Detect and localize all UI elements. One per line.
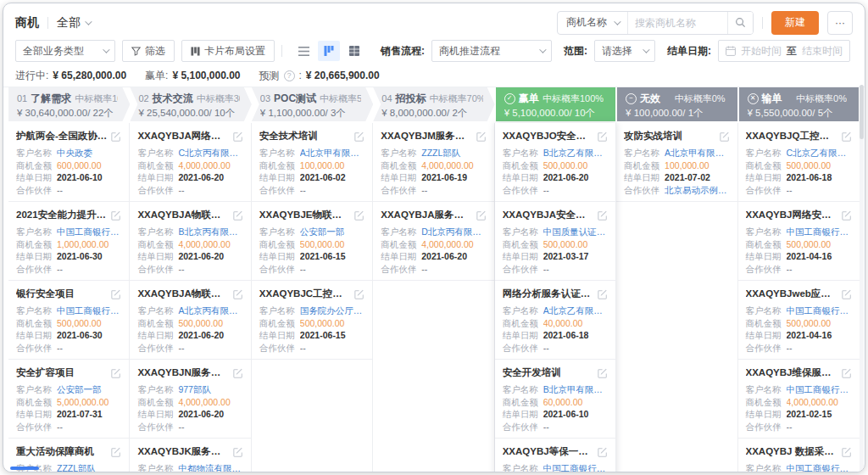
edit-icon[interactable]	[111, 368, 121, 378]
field-value-customer[interactable]: B北京甲有限公司	[543, 383, 608, 396]
field-value-customer[interactable]: A北京乙有限公司	[543, 305, 608, 317]
opportunity-card[interactable]: 护航两会-全国政协十三届...客户名称中央政委商机金额600,000.00结单日…	[8, 123, 129, 202]
search-icon[interactable]	[727, 12, 753, 34]
edit-icon[interactable]	[233, 210, 243, 221]
kanban-column-header[interactable]: 04招投标中标概率70%¥ 8,000,000.00/ 2个	[373, 87, 494, 121]
opportunity-card[interactable]: 安全扩容项目客户名称公安部一部商机金额5,000,000.00结单日期2021-…	[8, 360, 129, 439]
opportunity-card[interactable]: XXAQYBJO安全信息隔离与...客户名称B北京乙有限公司商机金额500,00…	[495, 123, 615, 202]
edit-icon[interactable]	[842, 289, 852, 299]
edit-icon[interactable]	[842, 368, 852, 378]
field-value-customer[interactable]: 中央政委	[57, 147, 121, 159]
opportunity-card[interactable]: 安全技术培训客户名称A北京甲有限公司商机金额100,000.00结单日期2021…	[252, 123, 372, 202]
kanban-column-header[interactable]: ✕输单中标概率0%¥ 5,550,000.00/ 5个	[739, 87, 859, 121]
field-value-customer[interactable]: D北京丙有限公司	[421, 226, 486, 238]
edit-icon[interactable]	[598, 368, 608, 378]
kanban-column-header[interactable]: 03POC测试中标概率50%¥ 1,100,000.00/ 3个	[252, 87, 373, 121]
field-value-customer[interactable]: A北京甲有限公司	[665, 147, 729, 159]
edit-icon[interactable]	[598, 210, 608, 221]
field-value-customer[interactable]: 中国工商银行股份有...	[543, 462, 608, 472]
business-type-select[interactable]: 全部业务类型	[15, 40, 115, 62]
edit-icon[interactable]	[111, 131, 121, 142]
field-value-customer[interactable]: 中国质量认证中心	[543, 226, 608, 238]
field-value-customer[interactable]: B北京丙有限公司	[178, 226, 242, 238]
edit-icon[interactable]	[476, 131, 487, 142]
field-value-customer[interactable]: C北京丙有限公司	[178, 147, 242, 159]
field-value-customer[interactable]: 中国工商银行股份有...	[787, 462, 852, 472]
help-icon[interactable]: ?	[284, 70, 295, 81]
scope-dropdown[interactable]: 全部	[57, 15, 90, 31]
field-value-customer[interactable]: 中都物流有限公司	[178, 462, 242, 472]
list-view-toggle[interactable]	[292, 41, 314, 61]
opportunity-card[interactable]: XXAQYBJQ工控防火墙系统...客户名称C北京乙有限公司商机金额500,00…	[738, 123, 860, 202]
field-value-customer[interactable]: C北京乙有限公司	[787, 147, 852, 159]
edit-icon[interactable]	[233, 368, 243, 378]
field-value-customer[interactable]: 中国工商银行股份有...	[57, 226, 121, 238]
opportunity-card[interactable]: 安全开发培训客户名称B北京甲有限公司商机金额60,000.00结单日期2021-…	[495, 360, 615, 439]
edit-icon[interactable]	[111, 210, 121, 221]
opportunity-card[interactable]: XXAQYBJA安全信息隔离与...客户名称中国质量认证中心商机金额500,00…	[495, 202, 615, 281]
card-layout-settings-button[interactable]: 卡片布局设置	[181, 40, 275, 62]
edit-icon[interactable]	[233, 447, 243, 457]
opportunity-card[interactable]: 网络分析服务认证培训客户名称A北京乙有限公司商机金额40,000.00结单日期2…	[495, 281, 615, 360]
opportunity-card[interactable]: XXAQYBJ 数据采集、存储...客户名称中国工商银行股份有...商机金额50…	[738, 439, 860, 472]
close-date-range-input[interactable]: 开始时间 至 结束时间	[718, 40, 850, 62]
opportunity-card[interactable]: XXAQYBJA网络全流量安全...客户名称C北京丙有限公司商机金额4,000,…	[130, 123, 250, 202]
edit-icon[interactable]	[111, 289, 121, 299]
opportunity-card[interactable]: XXAQYBJA物联网视频上云...客户名称A北京丙有限公司商机金额500,00…	[130, 281, 250, 360]
field-value-customer[interactable]: 977部队	[178, 383, 242, 396]
edit-icon[interactable]	[354, 289, 364, 299]
field-value-customer[interactable]: A北京甲有限公司	[300, 147, 364, 159]
search-type-dropdown[interactable]: 商机名称	[558, 15, 627, 30]
field-value-customer[interactable]: ZZZL部队	[421, 147, 486, 159]
more-button[interactable]: ···	[827, 11, 853, 35]
edit-icon[interactable]	[476, 210, 487, 221]
opportunity-card[interactable]: 攻防实战培训客户名称A北京甲有限公司商机金额100,000.00结单日期2021…	[616, 123, 737, 202]
edit-icon[interactable]	[598, 131, 608, 142]
opportunity-card[interactable]: XXAQYBJA物联网边缘AI智...客户名称B北京丙有限公司商机金额4,000…	[130, 202, 250, 281]
edit-icon[interactable]	[842, 447, 852, 457]
kanban-column-header[interactable]: 01了解需求中标概率10%¥ 30,640,000.00/ 22个	[8, 87, 130, 121]
search-input[interactable]	[627, 12, 727, 34]
opportunity-card[interactable]: XXAQYBJ维保服务XCC项目客户名称中国工商银行股份有...商机金额4,00…	[738, 360, 860, 439]
kanban-view-toggle[interactable]	[318, 41, 340, 61]
field-value-customer[interactable]: 中国工商银行股份有...	[787, 305, 852, 317]
edit-icon[interactable]	[354, 210, 364, 221]
field-value-partner[interactable]: 北京易动示例有限公...	[665, 184, 729, 197]
field-value-customer[interactable]: 公安部一部	[300, 226, 364, 238]
field-value-customer[interactable]: 中国工商银行股份有...	[787, 226, 852, 238]
field-value-customer[interactable]: A北京丙有限公司	[178, 305, 242, 317]
field-value-customer[interactable]: ZZZL部队	[57, 462, 121, 472]
field-value-customer[interactable]: 公安部一部	[57, 383, 121, 396]
edit-icon[interactable]	[233, 131, 243, 142]
opportunity-card[interactable]: XXAQYBJ等保一体机XCC项目客户名称中国工商银行股份有...商机金额500…	[495, 439, 615, 472]
opportunity-card[interactable]: XXAQYBJM服务器V00XCC...客户名称ZZZL部队商机金额4,000,…	[373, 123, 493, 202]
opportunity-card[interactable]: 2021安全能力提升项目客户名称中国工商银行股份有...商机金额1,000,00…	[8, 202, 129, 281]
opportunity-card[interactable]: XXAQYBJE物联网视频上云...客户名称公安部一部商机金额500,000.0…	[252, 202, 372, 281]
edit-icon[interactable]	[354, 131, 364, 142]
opportunity-card[interactable]: XXAQYBJA服务器V00XCC...客户名称D北京丙有限公司商机金额4,00…	[373, 202, 493, 281]
kanban-column-header[interactable]: 02技术交流中标概率30%¥ 25,540,000.00/ 10个	[130, 87, 251, 121]
edit-icon[interactable]	[233, 289, 243, 299]
horizontal-scrollbar-thumb[interactable]	[10, 467, 39, 470]
range-select[interactable]: 请选择	[594, 40, 655, 62]
edit-icon[interactable]	[720, 131, 730, 142]
opportunity-card[interactable]: XXAQYBJ网络安全态势感知...客户名称中国工商银行股份有...商机金额50…	[738, 202, 860, 281]
edit-icon[interactable]	[598, 289, 608, 299]
vertical-scrollbar-thumb[interactable]	[860, 85, 864, 139]
field-value-customer[interactable]: 中国工商银行股份有...	[57, 305, 121, 317]
filter-button[interactable]: 筛选	[122, 40, 175, 62]
start-date-placeholder[interactable]: 开始时间	[741, 44, 782, 59]
field-value-customer[interactable]: 中国工商银行股份有...	[787, 383, 852, 396]
edit-icon[interactable]	[842, 131, 852, 142]
opportunity-card[interactable]: XXAQYBJweb应用防护墙XC...客户名称中国工商银行股份有...商机金额…	[738, 281, 860, 360]
new-button[interactable]: 新建	[771, 11, 819, 35]
sales-process-select[interactable]: 商机推进流程	[431, 40, 552, 62]
kanban-column-header[interactable]: −无效中标概率0%¥ 100,000.00/ 1个	[617, 87, 737, 121]
kanban-column-header[interactable]: ✓赢单中标概率100%¥ 5,100,000.00/ 10个	[496, 87, 615, 121]
field-value-customer[interactable]: B北京乙有限公司	[543, 147, 608, 159]
edit-icon[interactable]	[111, 447, 121, 457]
field-value-customer[interactable]: 国务院办公厅机关服...	[300, 305, 364, 317]
edit-icon[interactable]	[598, 447, 608, 457]
opportunity-card[interactable]: 银行安全项目客户名称中国工商银行股份有...商机金额500,000.00结单日期…	[8, 281, 129, 360]
grid-view-toggle[interactable]	[343, 41, 365, 61]
